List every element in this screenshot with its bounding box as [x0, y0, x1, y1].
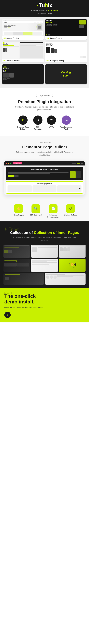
window-dot-green [10, 162, 11, 164]
feature-stars-support: ⭐ 5 Stars Support [11, 204, 26, 218]
one-click-section: ✦✦✦ The one-clickdemo install. Import an… [0, 288, 89, 322]
plugin-integration-section: Fully Compatible Premium Plugin Integrat… [0, 88, 89, 136]
feature-seo: 🔍 SEO Optimized [29, 204, 43, 218]
one-click-desc: Import any template in seconds using dem… [4, 306, 59, 309]
inner-page-thumb-1[interactable] [3, 244, 30, 258]
demo-row-1: Tubix Where Your ImaginationComes to Pri… [2, 19, 87, 40]
features-row: ⭐ 5 Stars Support 🔍 SEO Optimized 📄 Exte… [0, 201, 89, 222]
elementor-section: Theme Built With Elementor Page Builder … [0, 136, 89, 201]
plugin-elementor: E Elementor PageBuilder [17, 116, 29, 130]
elementor-badge: elementor [13, 162, 22, 164]
inner-page-thumb-5[interactable] [31, 259, 58, 272]
docs-icon: 📄 [49, 204, 58, 213]
plugin-wpml: W WPML [47, 116, 56, 130]
theme-built-label: Theme Built With [4, 142, 85, 144]
feature-updates: ↺ Lifetime Updates [63, 204, 78, 218]
demo-coming-soon[interactable]: ComingSoon #06 In Development [45, 64, 87, 84]
inner-pages-section: ✦ Inner Collection of Collection of Inne… [0, 222, 89, 288]
inner-page-thumb-6[interactable]: 4 😐 4 Lost in Printing Space [59, 259, 86, 272]
cursor-icon [78, 187, 81, 191]
demo-custom[interactable]: CustomPrinting Custom printing technolog… [45, 19, 87, 40]
demo-row-3: 3D The Worldof 3DPrinting Medicine / Aut… [2, 64, 87, 84]
wpml-icon: W [47, 116, 56, 125]
slider-icon: ↺ [33, 116, 42, 125]
window-dot-yellow [8, 162, 9, 164]
feature-seo-label: SEO Optimized [30, 214, 41, 216]
plugin-section-desc: Only the most suitable plugins are integ… [14, 106, 75, 111]
elementor-title: Elementor Page Builder [4, 144, 85, 150]
demo-install-button[interactable]: ↓ [4, 312, 11, 318]
elementor-canvas: Customized Packaging for Your Brand [4, 166, 85, 195]
woo-label: WooCommerceReady [60, 126, 72, 130]
elementor-label: Elementor PageBuilder [17, 126, 29, 130]
el-pkg-title: Customized Packaging for Your Brand [8, 169, 81, 170]
logo-container: Tubix Printing Services & 3D Printing Wo… [3, 2, 86, 15]
inner-page-thumb-7[interactable]: Bamboo [3, 273, 44, 284]
plugin-woo: Woo WooCommerceReady [60, 116, 72, 130]
seo-icon: 🔍 [31, 204, 40, 213]
wpml-label: WPML [49, 126, 54, 128]
elementor-icon: E [18, 116, 28, 125]
demo-3d[interactable]: 3D The Worldof 3DPrinting Medicine / Aut… [2, 64, 44, 84]
elementor-desc: Build and customize every part of your w… [14, 151, 75, 156]
header-subtitle: Printing Services & 3D Printing WordPres… [31, 9, 58, 15]
handwriting-decoration: ✦✦✦ [3, 290, 13, 296]
feature-docs-label: Extensive Documentation [46, 214, 60, 218]
stars-icon: ⭐ [14, 204, 23, 213]
demo-row-2: PrintingSolutions [2, 42, 87, 62]
window-dot-red [6, 162, 7, 164]
inner-page-thumb-8[interactable] [45, 273, 86, 284]
el-section2-title: Your Packaging Partner [7, 183, 82, 184]
demo-services[interactable]: PrintingSolutions [2, 42, 44, 62]
plugin-section-title: Premium Plugin Integration [4, 99, 85, 104]
inner-page-thumb-4[interactable]: Portfolio [3, 259, 30, 272]
feature-stars-label: 5 Stars Support [12, 214, 24, 216]
elementor-window-bar: elementor [4, 161, 85, 166]
plugin-icons-row: E Elementor PageBuilder ↺ SliderRevoluti… [4, 116, 85, 130]
elementor-preview-mockup: elementor Customized Packaging for Your … [4, 161, 85, 195]
updates-icon: ↺ [66, 204, 75, 213]
inner-pages-grid: Portfolio [3, 244, 86, 272]
plugin-slider: ↺ SliderRevolution [33, 116, 42, 130]
demo-grid: Tubix Where Your ImaginationComes to Pri… [0, 17, 89, 88]
header: Tubix Printing Services & 3D Printing Wo… [0, 0, 89, 17]
demo-apparel[interactable]: Tubix Where Your ImaginationComes to Pri… [2, 19, 44, 40]
demo-packaging[interactable]: CustomizedPackaging forYour Brand Packag… [45, 42, 87, 62]
feature-docs: 📄 Extensive Documentation [46, 204, 60, 218]
inner-page-thumb-3[interactable] [59, 244, 86, 258]
inner-page-thumb-2[interactable] [31, 244, 58, 258]
one-click-title: The one-clickdemo install. [4, 293, 85, 304]
inner-pages-desc: Inner pages also includes about us, serv… [10, 236, 79, 242]
slider-label: SliderRevolution [34, 126, 42, 130]
inner-pages-title: Collection of Collection of Inner Pages [3, 230, 86, 235]
woo-icon: Woo [62, 116, 71, 125]
inner-pages-row2: Bamboo [3, 273, 86, 284]
browser-bar [3, 20, 43, 21]
fully-compatible-badge: Fully Compatible [36, 94, 53, 97]
feature-updates-label: Lifetime Updates [64, 214, 77, 216]
logo-text: Tubix [39, 2, 52, 8]
